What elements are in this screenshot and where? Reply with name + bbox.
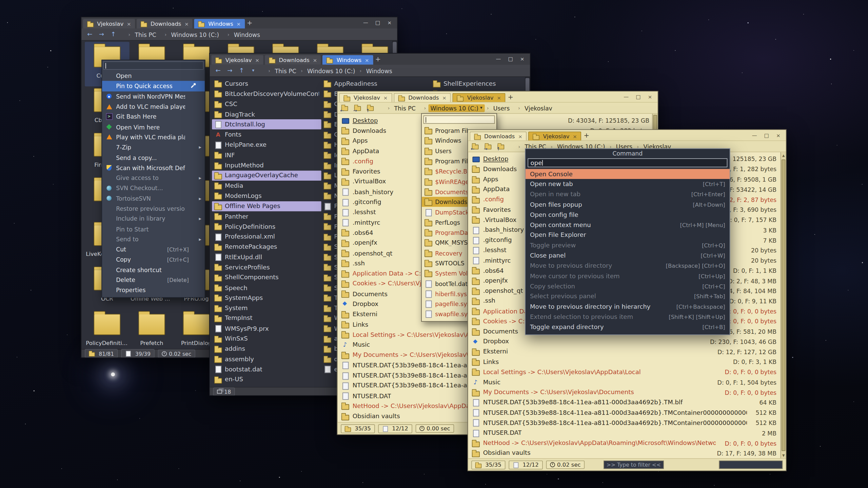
breadcrumb-item[interactable]: This PC — [273, 67, 298, 75]
up-button[interactable]: ↑ — [498, 142, 508, 150]
back-button[interactable]: ← — [85, 30, 94, 38]
file-row[interactable]: Fonts — [212, 129, 321, 140]
context-menu-item[interactable]: Scan with Microsoft Defender... ▸ — [102, 163, 205, 173]
tab-close-icon[interactable]: × — [365, 57, 369, 63]
tab-close-icon[interactable]: × — [184, 21, 189, 26]
file-row[interactable]: TempInst — [212, 313, 321, 323]
file-row[interactable]: AppReadiness — [321, 79, 431, 89]
minimize-button[interactable]: — — [624, 94, 629, 99]
tab-close-icon[interactable]: × — [255, 57, 259, 63]
scroll-down-arrow[interactable]: ▼ — [781, 452, 786, 458]
close-button[interactable]: × — [648, 94, 652, 99]
file-row[interactable]: NTUSER.DAT{53b39e88-18c4-11ea-a811-000d3… — [469, 418, 780, 428]
breadcrumb-item[interactable]: Windows 10 (C:) ▾ — [169, 30, 225, 38]
palette-command-item[interactable]: Move to previous directory in hierarchy … — [526, 302, 730, 312]
close-button[interactable]: × — [388, 20, 392, 25]
file-row[interactable]: NTUSER.DAT{53b39e88-18c4-11ea-a811-000d3… — [469, 398, 780, 408]
scroll-up-arrow[interactable]: ▲ — [781, 152, 786, 158]
palette-command-item[interactable]: Open File Explorer — [526, 230, 730, 240]
filter-input[interactable]: >> Type to filter << — [604, 461, 664, 469]
file-row[interactable]: RtlExUpd.dll — [212, 252, 321, 262]
file-row[interactable]: Media — [212, 181, 321, 191]
file-row[interactable]: Local Settings -> C:\Users\Vjekoslav\App… — [469, 367, 780, 377]
file-row[interactable]: Offline Web Pages — [212, 201, 321, 211]
context-menu-item[interactable]: Include in library ▸ — [102, 214, 205, 224]
minimize-button[interactable]: — — [752, 133, 757, 138]
file-row[interactable]: WinSxS — [212, 334, 321, 344]
context-menu-item[interactable]: Open Vim here ▸ — [102, 122, 205, 132]
file-row[interactable]: RemotePackages — [212, 242, 321, 252]
file-row[interactable]: HelpPane.exe — [212, 140, 321, 150]
up-button[interactable]: ↑ — [109, 30, 118, 38]
file-row[interactable]: PolicyDefinitions — [212, 221, 321, 231]
tab[interactable]: Vjekoslav × — [453, 93, 506, 102]
tab-close-icon[interactable]: × — [518, 134, 522, 139]
file-row[interactable]: Links D: 0, F: 3, 1 KB — [469, 357, 780, 367]
file-row[interactable]: My Documents -> C:\Users\Vjekoslav\Docum… — [469, 387, 780, 398]
tab-close-icon[interactable]: × — [127, 21, 131, 26]
scrollbar[interactable]: ▲ ▼ — [781, 152, 786, 458]
context-menu-item[interactable]: 7-Zip ▸ — [102, 142, 205, 152]
context-menu-item[interactable]: Pin to Start ▸ — [102, 224, 205, 234]
file-row[interactable]: Obsidian vaults D: 17, F: 149, 38 MB — [469, 448, 780, 459]
context-menu-item[interactable]: SVN Checkout... ▸ — [102, 183, 205, 193]
file-row[interactable]: SystemApps — [212, 293, 321, 303]
context-menu-item[interactable]: Copy [Ctrl+C] ▸ — [102, 255, 205, 265]
context-menu-item[interactable]: Pin to Quick access ▸ — [102, 81, 205, 91]
forward-button[interactable]: → — [354, 104, 364, 112]
back-button[interactable]: ← — [472, 142, 482, 150]
file-row[interactable]: CSC — [212, 99, 321, 109]
forward-button[interactable]: → — [225, 67, 234, 74]
file-row[interactable]: NTUSER.DAT 2 MB — [469, 428, 780, 438]
file-row[interactable]: System — [212, 303, 321, 313]
tab[interactable]: Downloads × — [137, 19, 193, 28]
context-menu-item[interactable]: Play with VLC media player ▸ — [102, 132, 205, 142]
file-row[interactable]: ServiceProfiles — [212, 262, 321, 272]
tab[interactable]: Vjekoslav × — [529, 131, 581, 140]
palette-command-item[interactable]: Toggle preview [Ctrl+Q] — [526, 240, 730, 250]
file-row[interactable]: Dropbox D: 230, F: 1043, 46 GB — [469, 337, 780, 347]
back-button[interactable]: ← — [341, 104, 352, 112]
maximize-button[interactable]: □ — [636, 94, 640, 99]
context-menu-item[interactable]: Send with NordVPN Meshnet ▸ — [102, 91, 205, 101]
tab[interactable]: Vjekoslav × — [83, 19, 135, 28]
filter-input-right[interactable] — [719, 461, 783, 469]
file-row[interactable]: addins — [212, 344, 321, 354]
file-row[interactable]: InputMethod — [212, 160, 321, 170]
file-row[interactable]: BitLockerDiscoveryVolumeContents — [212, 89, 321, 99]
file-row[interactable]: assembly — [212, 354, 321, 364]
file-row[interactable]: NTUSER.DAT{53b39e88-18c4-11ea-a811-000d3… — [469, 408, 780, 418]
file-row[interactable]: Music D: 0, F: 1, 504 bytes — [469, 377, 780, 387]
breadcrumb-item[interactable]: Users ▾ — [491, 104, 516, 112]
palette-command-item[interactable]: Open new tab [Ctrl+T] — [526, 179, 730, 189]
context-menu-item[interactable]: Delete [Delete] ▸ — [102, 275, 205, 285]
context-menu-item[interactable]: Open ▸ — [102, 71, 205, 81]
file-row[interactable]: DiagTrack — [212, 109, 321, 119]
tab[interactable]: Downloads × — [265, 55, 321, 65]
maximize-button[interactable]: □ — [508, 56, 513, 62]
file-row[interactable]: en-US — [212, 374, 321, 385]
tab-close-icon[interactable]: × — [313, 57, 317, 63]
file-row[interactable]: Professional.xml — [212, 232, 321, 242]
palette-command-item[interactable]: Move cursor to previous item [Ctrl+Up] — [526, 271, 730, 281]
up-button[interactable]: ↑ — [237, 67, 246, 74]
palette-command-item[interactable]: Move to previous directory [Backspace] [… — [526, 261, 730, 271]
file-row[interactable]: Eksterni D: 12, F: 127, 12 GB — [469, 347, 780, 357]
minimize-button[interactable]: — — [363, 20, 368, 25]
file-row[interactable]: Speech — [212, 283, 321, 293]
breadcrumb-item[interactable]: Windows — [364, 67, 394, 75]
context-menu-item[interactable]: Cut [Ctrl+X] ▸ — [102, 244, 205, 255]
tab[interactable]: Downloads × — [470, 131, 527, 140]
file-row[interactable]: WMSysPr9.prx — [212, 323, 321, 333]
dropdown-filter-input[interactable] — [423, 116, 495, 124]
breadcrumb-item[interactable]: Windows 10 (C:) — [305, 67, 357, 75]
breadcrumb-item[interactable]: Vjekoslav ▾ — [522, 104, 558, 112]
new-tab-button[interactable]: + — [581, 130, 592, 140]
file-row[interactable]: Cursors — [212, 79, 321, 89]
tab[interactable]: Windows × — [323, 55, 373, 65]
file-row[interactable]: LanguageOverlayCache — [212, 170, 321, 181]
file-row[interactable]: Panther — [212, 211, 321, 221]
context-menu-item[interactable]: Restore previous versions ▸ — [102, 203, 205, 214]
new-tab-button[interactable]: + — [245, 17, 255, 28]
file-row[interactable]: ShellComponents — [212, 272, 321, 283]
